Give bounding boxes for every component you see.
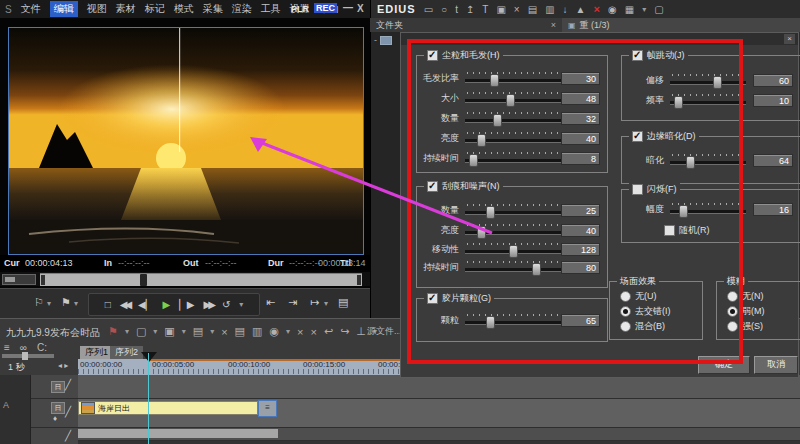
radio-icon[interactable] [620, 291, 631, 302]
brightness-slider[interactable] [465, 132, 561, 145]
slider-thumb[interactable] [532, 263, 541, 276]
export-icon[interactable]: ▤ [338, 296, 348, 309]
checkbox[interactable] [632, 131, 643, 142]
slider-value[interactable]: 8 [561, 152, 600, 165]
track-edit-icon[interactable]: ╱ [65, 430, 71, 441]
timescale-slider[interactable] [2, 354, 54, 358]
checkbox[interactable] [427, 50, 438, 61]
timescale-arrows-icon[interactable]: ◂ ▸ [58, 361, 68, 370]
slider-value[interactable]: 10 [753, 94, 793, 107]
mark-in-icon[interactable]: ⇤ [266, 296, 275, 309]
dialog-title-bar[interactable] [401, 33, 798, 45]
radio-option-weak[interactable]: 弱(M) [727, 305, 765, 317]
set-out-flag-icon[interactable]: ⚑ [61, 296, 71, 309]
size-slider[interactable] [465, 92, 561, 105]
tab-view[interactable]: ▣ 重 (1/3) [562, 18, 800, 32]
ok-button[interactable]: 确定 [698, 356, 750, 374]
redo-icon[interactable]: ↪ [340, 325, 349, 338]
paste-icon[interactable]: ▥ [252, 325, 262, 338]
audio-sub-clip[interactable] [78, 429, 278, 438]
slider-value[interactable]: 16 [753, 203, 793, 216]
new-sequence-icon[interactable]: ▢ [136, 325, 146, 338]
delete-in-icon[interactable]: × [297, 326, 303, 338]
position-bar[interactable] [40, 273, 362, 286]
hair-ratio-slider[interactable] [465, 72, 561, 85]
shuttle-control[interactable] [2, 274, 36, 285]
copy-icon[interactable]: ▤ [235, 325, 245, 338]
mark-out-icon[interactable]: ⇥ [288, 296, 297, 309]
slider-thumb[interactable] [509, 245, 518, 258]
position-marker[interactable] [140, 274, 147, 286]
open-icon[interactable]: ▣ [164, 325, 174, 338]
timescale-value[interactable]: 1 秒 [8, 361, 25, 374]
duration-slider[interactable] [465, 152, 561, 165]
cancel-button[interactable]: 取消 [754, 356, 798, 374]
chevron-down-icon[interactable]: ▾ [182, 327, 186, 336]
menu-mode[interactable]: 模式 [174, 2, 194, 16]
timescale-thumb[interactable] [22, 352, 28, 360]
checkbox[interactable] [664, 225, 675, 236]
fast-forward-icon[interactable]: ▶▶ [204, 299, 213, 310]
chevron-down-icon[interactable]: ▾ [74, 299, 78, 308]
playhead-line[interactable] [148, 353, 149, 444]
menu-edit[interactable]: 编辑 [50, 1, 78, 17]
rec-badge[interactable]: REC [314, 3, 337, 13]
frequency-slider[interactable] [670, 94, 746, 107]
tree-collapse-icon[interactable]: - [374, 35, 377, 45]
chevron-down-icon[interactable]: ▾ [47, 299, 51, 308]
slider-value[interactable]: 48 [561, 92, 600, 105]
timeline-clip[interactable]: 海岸日出 [78, 401, 258, 415]
chevron-down-icon[interactable]: ▾ [642, 5, 646, 14]
radio-icon[interactable] [727, 321, 738, 332]
checkbox[interactable] [427, 181, 438, 192]
source-folder-label[interactable]: 源文件... [367, 325, 402, 338]
monitor-icon[interactable]: ▣ [496, 4, 505, 15]
slider-value[interactable]: 60 [753, 74, 793, 87]
video-mute-icon[interactable]: 日 [51, 402, 65, 414]
menu-marker[interactable]: 标记 [145, 2, 165, 16]
playhead-handle[interactable] [141, 352, 157, 362]
slider-thumb[interactable] [477, 226, 486, 239]
loop-icon[interactable]: ↺ [222, 299, 230, 310]
audio-mute-icon[interactable]: ♦ [53, 414, 57, 423]
slider-value[interactable]: 40 [561, 132, 600, 145]
layout-icon[interactable]: ▦ [625, 4, 634, 15]
radio-option-deinterlace[interactable]: 去交错(I) [620, 305, 671, 317]
slider-thumb[interactable] [490, 74, 499, 87]
slider-value[interactable]: 30 [561, 72, 600, 85]
radio-icon[interactable] [727, 291, 738, 302]
random-checkbox-row[interactable]: 随机(R) [664, 224, 710, 237]
palette-icon[interactable]: ◉ [608, 4, 617, 15]
tool-mode-icon[interactable]: ⊥ [356, 325, 366, 338]
menu-view[interactable]: 视图 [87, 2, 107, 16]
plr-badge[interactable]: PLR [291, 4, 309, 14]
set-in-flag-icon[interactable]: ⚐ [34, 296, 44, 309]
slider-value[interactable]: 128 [561, 243, 600, 256]
slider-thumb[interactable] [469, 154, 478, 167]
copy-icon[interactable]: ▤ [528, 4, 537, 15]
amount-slider[interactable] [465, 112, 561, 125]
chevron-down-icon[interactable]: ▾ [286, 327, 290, 336]
search-icon[interactable]: ○ [441, 4, 447, 15]
eject-icon[interactable]: ▲ [576, 4, 586, 15]
video-frame[interactable] [8, 27, 364, 255]
brightness-slider[interactable] [465, 224, 561, 237]
save-icon[interactable]: ▤ [193, 325, 203, 338]
folder-icon[interactable]: ▭ [424, 4, 433, 15]
slider-thumb[interactable] [686, 156, 695, 169]
checkbox[interactable] [632, 184, 643, 195]
close-button[interactable]: X [357, 3, 364, 14]
menu-render[interactable]: 渲染 [232, 2, 252, 16]
grain-slider[interactable] [465, 314, 561, 327]
duration-slider[interactable] [465, 261, 561, 274]
jump-to-icon[interactable]: ↦ [310, 296, 319, 309]
import-icon[interactable]: ↥ [466, 4, 474, 15]
slider-thumb[interactable] [486, 316, 495, 329]
amount-slider[interactable] [465, 204, 561, 217]
slider-thumb[interactable] [493, 114, 502, 127]
mobility-slider[interactable] [465, 243, 561, 256]
clip-end-handle[interactable]: ≡ [258, 400, 277, 417]
menu-capture[interactable]: 采集 [203, 2, 223, 16]
tab-sequence-1[interactable]: 序列1 [80, 346, 113, 359]
insert-mode-icon[interactable]: C: [37, 342, 47, 353]
